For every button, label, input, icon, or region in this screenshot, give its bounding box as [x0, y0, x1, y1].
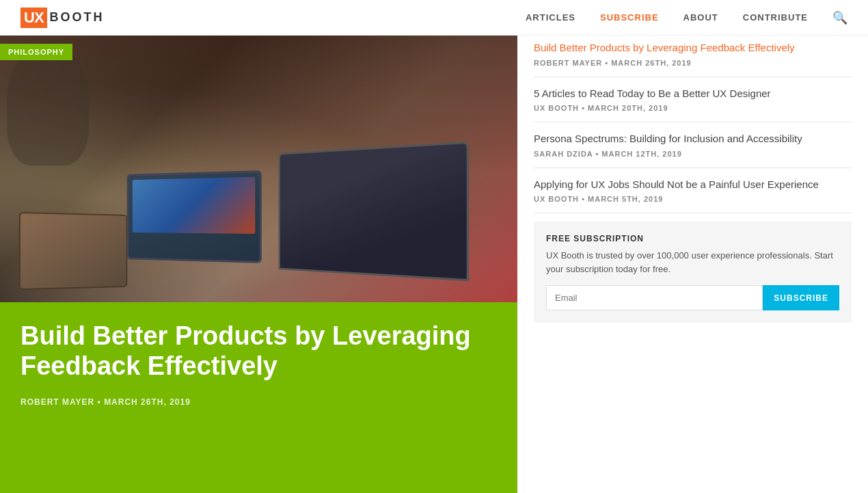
nav-subscribe[interactable]: SUBSCRIBE	[600, 12, 659, 23]
article-meta: ROBERT MAYER • MARCH 26TH, 2019	[534, 59, 852, 67]
subscribe-button[interactable]: SUBSCRIBE	[763, 285, 839, 310]
hero-meta: ROBERT MAYER • MARCH 26TH, 2019	[21, 397, 497, 407]
article-title[interactable]: Applying for UX Jobs Should Not be a Pai…	[534, 178, 852, 191]
hero-author: ROBERT MAYER	[21, 397, 94, 407]
site-logo[interactable]: UX BOOTH	[21, 8, 105, 28]
article-list-item: Build Better Products by Leveraging Feed…	[534, 41, 852, 77]
sidebar: Build Better Products by Leveraging Feed…	[517, 36, 868, 493]
article-list-item: Persona Spectrums: Building for Inclusio…	[534, 122, 852, 168]
article-list: Build Better Products by Leveraging Feed…	[534, 41, 852, 213]
subscription-box: FREE SUBSCRIPTION UX Booth is trusted by…	[534, 222, 852, 323]
article-list-item: 5 Articles to Read Today to Be a Better …	[534, 77, 852, 123]
nav-articles[interactable]: ARTICLES	[526, 12, 575, 23]
hero-image: PHILOSOPHY	[0, 36, 517, 302]
article-meta: UX BOOTH • MARCH 20TH, 2019	[534, 104, 852, 112]
article-title[interactable]: 5 Articles to Read Today to Be a Better …	[534, 87, 852, 101]
main-content: PHILOSOPHY Build Better Products by Leve…	[0, 36, 868, 493]
hero-date: MARCH 26TH, 2019	[104, 397, 191, 407]
logo-booth: BOOTH	[50, 10, 105, 25]
email-input[interactable]	[546, 285, 763, 310]
hero-separator: •	[98, 397, 105, 407]
article-title[interactable]: Persona Spectrums: Building for Inclusio…	[534, 132, 852, 146]
subscription-title: FREE SUBSCRIPTION	[546, 234, 839, 243]
article-meta: UX BOOTH • MARCH 5TH, 2019	[534, 195, 852, 203]
hero-title: Build Better Products by Leveraging Feed…	[21, 321, 497, 381]
article-meta: SARAH DZIDA • MARCH 12TH, 2019	[534, 150, 852, 158]
category-badge: PHILOSOPHY	[0, 44, 72, 60]
subscription-text: UX Booth is trusted by over 100,000 user…	[546, 249, 839, 276]
nav-contribute[interactable]: CONTRIBUTE	[743, 12, 808, 23]
hero-content[interactable]: Build Better Products by Leveraging Feed…	[0, 302, 517, 493]
article-title[interactable]: Build Better Products by Leveraging Feed…	[534, 41, 852, 55]
article-list-item: Applying for UX Jobs Should Not be a Pai…	[534, 168, 852, 214]
hero-section: PHILOSOPHY Build Better Products by Leve…	[0, 36, 517, 493]
subscription-form: SUBSCRIBE	[546, 285, 839, 310]
logo-ux: UX	[21, 8, 47, 28]
search-icon[interactable]: 🔍	[832, 10, 847, 25]
nav-about[interactable]: ABOUT	[683, 12, 718, 23]
site-header: UX BOOTH ARTICLES SUBSCRIBE ABOUT CONTRI…	[0, 0, 868, 36]
main-nav: ARTICLES SUBSCRIBE ABOUT CONTRIBUTE 🔍	[526, 10, 847, 25]
